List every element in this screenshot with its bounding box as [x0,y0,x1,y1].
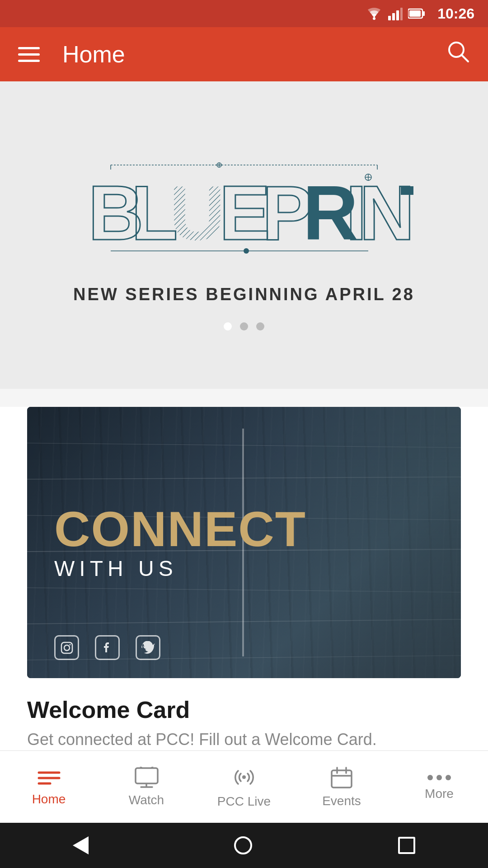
svg-text:U: U [169,170,225,256]
battery-icon [408,8,425,19]
carousel-subtitle: NEW SERIES BEGINNING APRIL 28 [73,285,415,304]
svg-rect-7 [409,10,421,17]
nav-label-events: Events [322,794,361,808]
svg-rect-2 [392,13,395,20]
status-icons: 10:26 [366,5,474,22]
svg-point-39 [64,645,70,651]
recents-button[interactable] [398,837,415,854]
connect-sub-text: WITH US [54,556,306,581]
blueprint-title-image: B L U E P R I N T [75,145,413,271]
app-bar: Home [0,27,488,81]
instagram-icon[interactable] [54,635,79,660]
svg-rect-1 [388,16,391,20]
page-title: Home [62,41,446,68]
home-button[interactable] [234,836,252,854]
nav-item-pcc-live[interactable]: PCC Live [195,765,293,809]
svg-rect-44 [136,768,158,783]
nav-label-watch: Watch [129,793,164,807]
svg-point-54 [427,775,433,780]
broadcast-icon [232,765,257,790]
hero-carousel: B L U E P R I N T [0,81,488,389]
carousel-dots [224,322,264,330]
welcome-description: Get connected at PCC! Fill out a Welcome… [27,730,461,749]
dot-1[interactable] [224,322,232,330]
more-icon [427,773,452,782]
signal-icon [388,7,403,20]
svg-point-40 [69,644,70,645]
search-button[interactable] [446,40,470,69]
welcome-text-area: Welcome Card Get connected at PCC! Fill … [0,678,488,758]
android-nav-bar [0,823,488,868]
svg-point-0 [373,17,375,20]
status-bar: 10:26 [0,0,488,27]
facebook-icon[interactable] [95,635,120,660]
nav-item-more[interactable]: More [390,773,488,801]
svg-rect-6 [422,11,425,16]
svg-point-55 [436,775,442,780]
status-time: 10:26 [437,5,474,22]
svg-point-56 [446,775,451,780]
svg-text:T: T [400,170,413,256]
bottom-navigation: Home Watch PCC Live [0,750,488,823]
svg-point-49 [242,775,246,779]
back-button[interactable] [73,836,89,854]
dot-2[interactable] [240,322,248,330]
nav-item-watch[interactable]: Watch [98,767,195,807]
connect-card[interactable]: CONNECT WITH US [27,407,461,678]
connect-card-bg: CONNECT WITH US [27,407,461,678]
connect-main-text: CONNECT [54,504,306,554]
nav-label-pcc-live: PCC Live [217,794,271,809]
nav-label-home: Home [32,792,66,807]
nav-item-events[interactable]: Events [293,766,390,808]
svg-point-27 [244,248,249,254]
twitter-icon[interactable] [136,635,160,660]
nav-label-more: More [425,787,454,801]
svg-rect-3 [396,10,399,20]
svg-rect-50 [332,770,352,788]
tv-icon [134,767,159,788]
welcome-title: Welcome Card [27,696,461,723]
dot-3[interactable] [256,322,264,330]
calendar-icon [330,766,353,789]
connect-text: CONNECT WITH US [54,504,306,581]
wifi-icon [366,7,383,20]
svg-rect-4 [400,8,403,20]
content-area: CONNECT WITH US [0,407,488,767]
social-icons [54,635,160,660]
home-icon [37,767,61,788]
nav-item-home[interactable]: Home [0,767,98,807]
svg-rect-38 [61,642,72,653]
svg-line-9 [461,55,468,61]
menu-button[interactable] [18,47,40,62]
blueprint-slide: B L U E P R I N T [0,127,488,304]
